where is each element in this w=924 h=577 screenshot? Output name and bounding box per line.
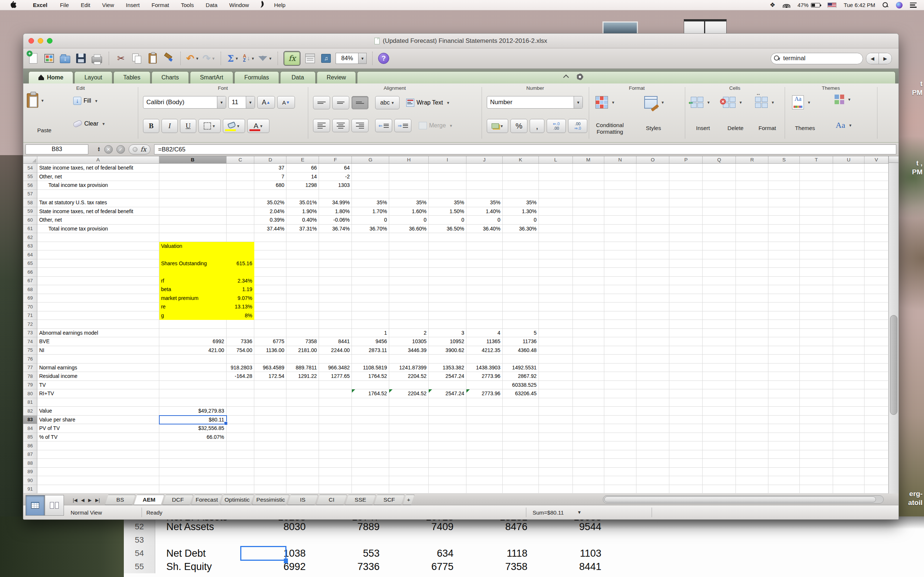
cell-N63[interactable] [604,242,636,251]
menu-edit[interactable]: Edit [75,0,96,10]
column-header-A[interactable]: A [37,156,159,163]
cell-C74[interactable]: 7336 [226,337,255,346]
cell-D86[interactable] [254,442,286,450]
cell-F64[interactable] [319,250,352,259]
cell-M65[interactable] [573,259,604,268]
cell-K61[interactable]: 36.30% [502,225,539,234]
menu-window[interactable]: Window [223,0,255,10]
cell-N65[interactable] [604,259,636,268]
cell-E67[interactable] [286,277,319,285]
cell-O72[interactable] [636,320,670,329]
cell-K59[interactable]: 1.30% [502,207,539,216]
cell-L79[interactable] [539,381,573,390]
cell-V80[interactable] [864,389,888,398]
cell-A82[interactable]: Value [37,407,159,416]
search-input[interactable] [783,55,865,62]
cell-A57[interactable] [37,190,159,199]
cell-D77[interactable]: 963.4589 [254,364,286,372]
cell-G85[interactable] [352,433,389,442]
cell-E57[interactable] [286,190,319,199]
cell-G74[interactable]: 9456 [352,337,389,346]
cell-S81[interactable] [768,398,800,407]
cell-G75[interactable]: 2873.11 [352,346,389,355]
cell-F70[interactable] [319,303,352,311]
cell-L71[interactable] [539,311,573,320]
cell-T78[interactable] [800,372,833,381]
conditional-formatting-button[interactable]: ▼ [595,96,615,109]
filter-button[interactable]: ▼ [258,51,272,66]
cell-T81[interactable] [800,398,833,407]
cell-O78[interactable] [636,372,670,381]
cell-P60[interactable] [669,216,703,225]
cell-G82[interactable] [352,407,389,416]
cell-F61[interactable]: 36.74% [319,225,352,234]
cell-H68[interactable] [389,285,429,294]
cell-M54[interactable] [573,164,604,172]
cell-J88[interactable] [467,459,502,467]
cell-K55[interactable] [502,172,539,181]
cell-S61[interactable] [768,225,800,234]
row-header-91[interactable]: 91 [23,485,37,494]
cell-M91[interactable] [573,485,604,494]
cell-A85[interactable]: % of TV [37,433,159,442]
cell-H73[interactable]: 2 [389,329,429,338]
cell-R68[interactable] [736,285,768,294]
cell-P82[interactable] [669,407,703,416]
cell-Q54[interactable] [703,164,736,172]
cell-F81[interactable] [319,398,352,407]
cell-K72[interactable] [502,320,539,329]
cell-U79[interactable] [833,381,864,390]
cell-S66[interactable] [768,268,800,277]
chevron-down-icon[interactable]: ▼ [212,124,216,128]
cell-S71[interactable] [768,311,800,320]
row-header-71[interactable]: 71 [23,311,37,320]
cell-F67[interactable] [319,277,352,285]
cell-F77[interactable]: 966.3482 [319,364,352,372]
bold-button[interactable]: B [143,119,159,133]
close-button[interactable] [29,38,34,44]
cell-T71[interactable] [800,311,833,320]
cell-T67[interactable] [800,277,833,285]
cell-S70[interactable] [768,303,800,311]
cell-N61[interactable] [604,225,636,234]
cell-C58[interactable] [226,198,255,207]
cell-D68[interactable] [254,285,286,294]
cell-L83[interactable] [539,416,573,424]
cell-F55[interactable]: -2 [319,172,352,181]
cell-N76[interactable] [604,355,636,364]
cell-D78[interactable]: 172.54 [254,372,286,381]
cell-S77[interactable] [768,364,800,372]
chevron-down-icon[interactable]: ▼ [260,124,263,128]
cell-V73[interactable] [864,329,888,338]
cell-B68[interactable]: beta [159,285,226,294]
cell-U76[interactable] [833,355,864,364]
cell-D87[interactable] [254,450,286,459]
undo-button[interactable]: ↶▼ [186,51,199,66]
cell-M59[interactable] [573,207,604,216]
cell-M67[interactable] [573,277,604,285]
value-cell[interactable]: 553 [316,548,390,559]
wifi-icon[interactable] [783,2,790,8]
cell-K91[interactable] [502,485,539,494]
cell-V54[interactable] [864,164,888,172]
copy-button[interactable] [131,51,143,66]
cell-B80[interactable] [159,389,226,398]
cell-C80[interactable] [226,389,255,398]
cell-U80[interactable] [833,389,864,398]
cell-S83[interactable] [768,416,800,424]
cell-D66[interactable] [254,268,286,277]
chevron-down-icon[interactable]: ▼ [237,124,240,128]
cell-D71[interactable] [254,311,286,320]
cell-O67[interactable] [636,277,670,285]
cell-R60[interactable] [736,216,768,225]
cell-Q68[interactable] [703,285,736,294]
cell-F76[interactable] [319,355,352,364]
cell-H88[interactable] [389,459,429,467]
cell-N90[interactable] [604,476,636,485]
toolbox-button[interactable] [304,51,317,66]
value-cell[interactable]: 7889 [316,521,390,533]
cell-J66[interactable] [467,268,502,277]
cell-S55[interactable] [768,172,800,181]
search-next-button[interactable]: ▶ [879,53,892,64]
cell-S78[interactable] [768,372,800,381]
